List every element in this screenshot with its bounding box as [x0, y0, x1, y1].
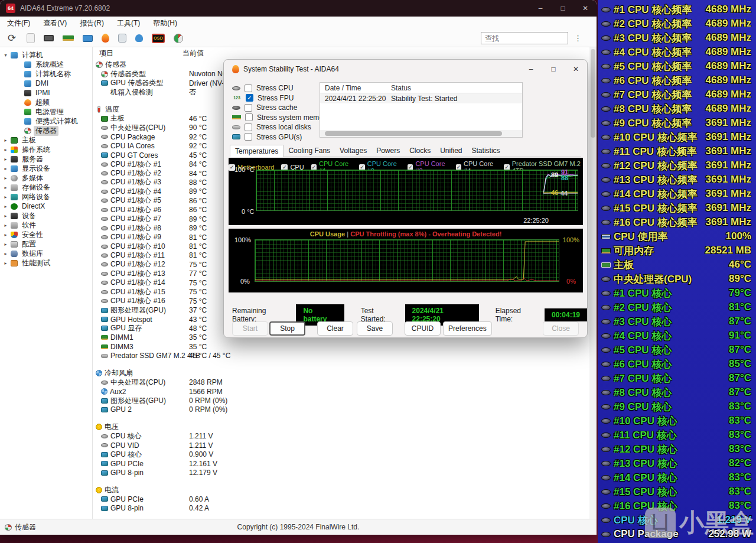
- kebab-menu-icon[interactable]: ⋮: [574, 37, 580, 40]
- sidebar-item-sensor[interactable]: 传感器: [0, 126, 92, 135]
- sidebar-item-computer[interactable]: ▾计算机: [0, 50, 92, 60]
- stress-option-fpu[interactable]: 123✓Stress FPU: [232, 93, 329, 103]
- stress-icon[interactable]: [102, 34, 109, 43]
- menu-V[interactable]: 查看(V): [43, 18, 67, 28]
- menu-H[interactable]: 帮助(H): [153, 18, 177, 28]
- memory-icon[interactable]: [63, 35, 74, 41]
- settings-icon[interactable]: [118, 34, 126, 43]
- tab-clocks[interactable]: Clocks: [405, 145, 435, 157]
- cpu-icon[interactable]: [44, 35, 54, 41]
- sidebar-item-devices[interactable]: ▸设备: [0, 211, 92, 220]
- sidebar-item-software[interactable]: ▸软件: [0, 220, 92, 230]
- tab-voltages[interactable]: Voltages: [335, 145, 372, 157]
- sensor-row[interactable]: 图形处理器(GPU)0 RPM (0%): [93, 396, 589, 405]
- stress-option-cpu[interactable]: Stress CPU: [232, 83, 329, 93]
- sidebar-item-benchmark[interactable]: ▸性能测试: [0, 258, 92, 268]
- sidebar-item-server[interactable]: ▸服务器: [0, 154, 92, 164]
- stress-option-disk[interactable]: Stress local disks: [232, 122, 329, 132]
- sensor-row[interactable]: Predator SSD GM7 M.2 4TB45 °C / 45 °C: [93, 352, 589, 360]
- refresh-icon[interactable]: ⟳: [6, 33, 18, 44]
- osd-value: 4689 MHz: [706, 46, 751, 58]
- checkbox[interactable]: ✓: [246, 94, 253, 102]
- sidebar-item-operating-system[interactable]: ▸操作系统: [0, 145, 92, 154]
- checkbox[interactable]: [245, 113, 253, 121]
- volt-icon: ⚡: [96, 424, 102, 430]
- osd-sensor-panel: #1 CPU 核心频率4689 MHz#2 CPU 核心频率4689 MHz#3…: [598, 0, 756, 543]
- sidebar-item-portable-computer[interactable]: 便携式计算机: [0, 116, 92, 126]
- stress-option-memory[interactable]: Stress system memory: [232, 113, 329, 123]
- dialog-window-minimize-button[interactable]: –: [520, 60, 542, 79]
- tab-statistics[interactable]: Statistics: [467, 145, 505, 157]
- clear-button[interactable]: Clear: [317, 321, 353, 336]
- log-scrollbar[interactable]: [320, 130, 522, 137]
- sidebar-item-power-management[interactable]: 电源管理: [0, 107, 92, 116]
- sidebar-item-dmi[interactable]: DMI: [0, 79, 92, 88]
- user-icon[interactable]: [135, 34, 143, 42]
- close-button[interactable]: Close: [543, 321, 579, 336]
- sensor-row[interactable]: DIMM335 °C: [93, 342, 589, 351]
- sidebar-item-security[interactable]: ▸安全性: [0, 230, 92, 239]
- menu-F[interactable]: 文件(F): [7, 18, 30, 28]
- cpu-icon: [601, 277, 611, 282]
- sidebar-item-network[interactable]: ▸网络设备: [0, 192, 92, 201]
- tab-cooling-fans[interactable]: Cooling Fans: [284, 145, 335, 157]
- sensor-row[interactable]: GPU 20 RPM (0%): [93, 405, 589, 414]
- log-row[interactable]: 2024/4/21 22:25:20Stability Test: Starte…: [320, 93, 522, 103]
- sidebar-item-system-overview[interactable]: 系统概述: [0, 60, 92, 69]
- tab-temperatures[interactable]: Temperatures: [230, 145, 284, 157]
- sidebar-item-motherboard[interactable]: ▸主板: [0, 135, 92, 145]
- sensor-row[interactable]: GPU 核心0.900 V: [93, 450, 589, 459]
- sensor-row[interactable]: GPU PCIe0.60 A: [93, 495, 589, 503]
- sidebar-item-database[interactable]: ▸数据库: [0, 249, 92, 258]
- checkbox[interactable]: [245, 123, 252, 131]
- stress-option-gpu[interactable]: Stress GPU(s): [232, 132, 329, 142]
- section-row[interactable]: ⚡电流: [93, 486, 589, 495]
- stop-button[interactable]: Stop: [269, 321, 305, 336]
- sensor-row[interactable]: CPU 核心1.211 V: [93, 432, 589, 441]
- osd-icon[interactable]: OSD: [152, 34, 165, 43]
- search-input[interactable]: [481, 32, 568, 44]
- cpuid-button[interactable]: CPUID: [405, 321, 441, 336]
- sensor-row[interactable]: Aux21566 RPM: [93, 387, 589, 396]
- display-icon[interactable]: [83, 35, 93, 42]
- gpu-icon: [101, 506, 108, 511]
- window-maximize-button[interactable]: □: [552, 0, 574, 17]
- sidebar-item-storage[interactable]: ▸存储设备: [0, 183, 92, 192]
- benchmark-icon[interactable]: [174, 34, 183, 43]
- sidebar-item-display[interactable]: ▸显示设备: [0, 164, 92, 173]
- menu-T[interactable]: 工具(T): [117, 18, 140, 28]
- sidebar-item-config[interactable]: ▸配置: [0, 239, 92, 249]
- stress-option-cache[interactable]: Stress cache: [232, 103, 329, 113]
- report-icon[interactable]: [27, 33, 35, 43]
- sensor-row[interactable]: GPU 8-pin0.42 A: [93, 504, 589, 513]
- checkbox[interactable]: [245, 84, 252, 92]
- start-button[interactable]: Start: [232, 321, 268, 336]
- section-row[interactable]: ⚡电压: [93, 422, 589, 431]
- sidebar-item-ipmi[interactable]: IPMI: [0, 88, 92, 97]
- save-button[interactable]: Save: [357, 321, 393, 336]
- tab-unified[interactable]: Unified: [435, 145, 467, 157]
- sidebar-item-multimedia[interactable]: ▸多媒体: [0, 173, 92, 183]
- dialog-window-maximize-button[interactable]: □: [542, 60, 565, 79]
- sidebar-item-overclock[interactable]: 超频: [0, 97, 92, 107]
- cpu-usage-graph: CPU Usage | CPU Throttling (max 8%) - Ov…: [229, 229, 583, 292]
- window-minimize-button[interactable]: –: [529, 0, 552, 17]
- row-value: 37 °C: [183, 306, 207, 314]
- tab-powers[interactable]: Powers: [372, 145, 405, 157]
- window-close-button[interactable]: ✕: [574, 0, 597, 17]
- sensor-row[interactable]: CPU VID1.211 V: [93, 441, 589, 450]
- osd-row: #14 CPU 核心83°C: [598, 470, 756, 485]
- menu-R[interactable]: 报告(R): [80, 18, 104, 28]
- osd-label: CPU 核心: [614, 513, 716, 527]
- sensor-row[interactable]: 中央处理器(CPU)2848 RPM: [93, 378, 589, 386]
- sensor-row[interactable]: GPU 8-pin12.179 V: [93, 468, 589, 477]
- list-scrollbar[interactable]: [589, 47, 597, 519]
- preferences-button[interactable]: Preferences: [443, 321, 492, 336]
- sensor-row[interactable]: GPU PCIe12.161 V: [93, 459, 589, 468]
- section-row[interactable]: 冷却风扇: [93, 369, 589, 378]
- checkbox[interactable]: [245, 104, 252, 112]
- sidebar-item-directx[interactable]: ▸DirectX: [0, 201, 92, 211]
- dialog-window-close-button[interactable]: ✕: [565, 60, 587, 79]
- sidebar-item-computer-name[interactable]: 计算机名称: [0, 69, 92, 79]
- checkbox[interactable]: [245, 133, 252, 141]
